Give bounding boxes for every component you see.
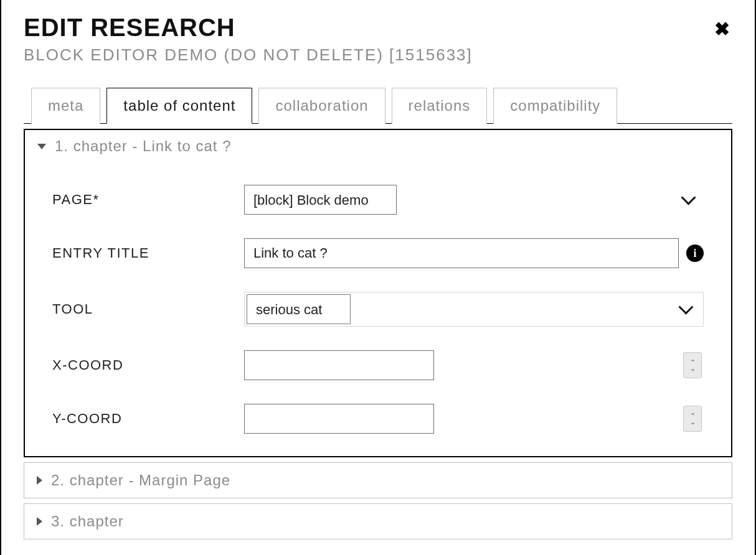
chevron-right-icon: [37, 517, 42, 526]
chapter-header-2[interactable]: 2. chapter - Margin Page: [24, 463, 732, 498]
chapter-label: 3. chapter: [51, 513, 124, 530]
page-title: EDIT RESEARCH: [24, 14, 732, 42]
chapter-header-1[interactable]: 1. chapter - Link to cat ?: [25, 130, 731, 162]
info-icon[interactable]: i: [686, 245, 704, 262]
chevron-down-icon: ⌄: [690, 419, 696, 425]
y-coord-input[interactable]: [244, 404, 434, 434]
chapter-panel-2: 2. chapter - Margin Page: [24, 462, 732, 498]
tool-select[interactable]: serious cat: [247, 294, 351, 324]
label-y-coord: Y-COORD: [52, 411, 244, 427]
chevron-down-icon: ⌄: [690, 365, 696, 371]
chapter-label: 1. chapter - Link to cat ?: [55, 138, 231, 155]
page-select[interactable]: [block] Block demo: [244, 185, 397, 215]
close-icon[interactable]: ✖: [714, 20, 730, 39]
tab-compatibility[interactable]: compatibility: [493, 88, 617, 124]
chapter-form: PAGE* [block] Block demo ENTRY TITLE i: [25, 162, 731, 456]
stepper-buttons[interactable]: ⌃ ⌄: [683, 406, 702, 432]
label-x-coord: X-COORD: [52, 357, 244, 373]
page-subtitle: BLOCK EDITOR DEMO (DO NOT DELETE) [15156…: [24, 45, 732, 65]
chevron-down-icon: [37, 144, 46, 149]
tab-relations[interactable]: relations: [392, 88, 488, 124]
chapter-label: 2. chapter - Margin Page: [51, 472, 230, 489]
label-tool: TOOL: [52, 301, 244, 317]
tab-table-of-content[interactable]: table of content: [106, 88, 252, 124]
tab-meta[interactable]: meta: [31, 88, 100, 124]
label-entry-title: ENTRY TITLE: [52, 245, 244, 261]
chevron-right-icon: [37, 476, 42, 485]
chapter-panel-1: 1. chapter - Link to cat ? PAGE* [block]…: [24, 129, 732, 457]
chapter-panel-3: 3. chapter: [24, 503, 732, 539]
x-coord-input[interactable]: [244, 350, 434, 380]
tab-collaboration[interactable]: collaboration: [258, 88, 385, 124]
label-page: PAGE*: [52, 192, 244, 208]
stepper-buttons[interactable]: ⌃ ⌄: [683, 352, 702, 378]
entry-title-input[interactable]: [244, 238, 679, 268]
chapter-header-3[interactable]: 3. chapter: [24, 504, 732, 539]
tab-bar: meta table of content collaboration rela…: [24, 87, 732, 124]
